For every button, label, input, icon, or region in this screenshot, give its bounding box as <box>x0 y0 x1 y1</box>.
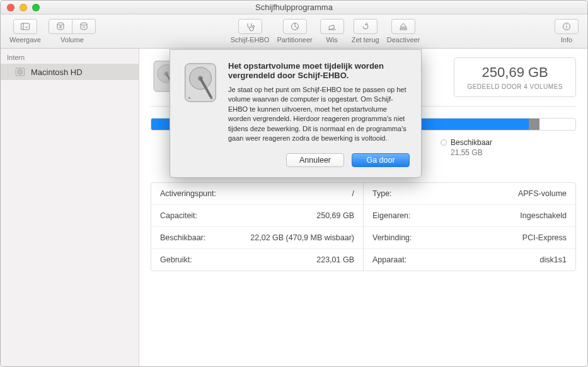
view-label: Weergave <box>9 36 41 44</box>
info-row: Apparaat:disk1s1 <box>364 249 575 271</box>
svg-point-25 <box>210 97 212 99</box>
erase-icon <box>327 21 337 32</box>
info-row: Eigenaren:Ingeschakeld <box>364 205 575 227</box>
svg-point-5 <box>81 23 87 25</box>
sidebar-view-icon <box>20 21 30 32</box>
info-row: Type:APFS-volume <box>364 183 575 205</box>
app-window: Schijfhulpprogramma Weergave Volume <box>0 0 588 367</box>
info-label: Info <box>561 36 572 44</box>
info-row: Capaciteit:250,69 GB <box>151 205 363 227</box>
pie-icon <box>290 21 300 32</box>
sidebar-section-internal: Intern <box>1 49 139 64</box>
svg-point-2 <box>57 23 64 25</box>
restore-button[interactable] <box>354 19 378 34</box>
first-aid-label: Schijf-EHBO <box>231 36 270 44</box>
info-row: Beschikbaar:22,02 GB (470,9 MB wisbaar) <box>151 227 363 249</box>
svg-rect-9 <box>328 25 334 30</box>
dialog-disk-icon <box>182 61 219 143</box>
svg-rect-11 <box>400 28 406 30</box>
dialog-heading: Het opstartvolume moet tijdelijk worden … <box>228 61 410 80</box>
volume-add-button[interactable] <box>49 19 72 34</box>
view-button[interactable] <box>13 19 37 34</box>
info-table: Activeringspunt:/ Capaciteit:250,69 GB B… <box>151 182 576 271</box>
info-icon <box>562 21 572 32</box>
capacity-value: 250,69 GB <box>467 64 563 81</box>
window-controls <box>1 4 40 11</box>
first-aid-button[interactable] <box>238 19 262 34</box>
svg-point-13 <box>566 24 567 25</box>
volume-plus-icon <box>55 21 66 32</box>
sidebar-item-macintosh-hd[interactable]: Macintosh HD <box>1 64 139 80</box>
info-button[interactable] <box>555 19 579 34</box>
unmount-label: Deactiveer <box>387 36 420 44</box>
minimize-icon[interactable] <box>20 4 27 11</box>
svg-point-24 <box>188 97 190 99</box>
erase-label: Wis <box>326 36 338 44</box>
dialog-body: Je staat op het punt om Schijf-EHBO toe … <box>228 85 410 143</box>
capacity-subtitle: GEDEELD DOOR 4 VOLUMES <box>467 83 563 90</box>
close-icon[interactable] <box>7 4 14 11</box>
unmount-button[interactable] <box>391 19 415 34</box>
volume-remove-button[interactable] <box>72 19 96 34</box>
usage-bar-other <box>529 119 539 130</box>
partition-button[interactable] <box>283 19 307 34</box>
info-row: Gebruikt:223,01 GB <box>151 249 363 271</box>
zoom-icon[interactable] <box>32 4 40 11</box>
disk-icon <box>14 66 26 78</box>
svg-point-7 <box>252 26 254 28</box>
sidebar-item-label: Macintosh HD <box>31 67 83 77</box>
erase-button[interactable] <box>320 19 344 34</box>
info-row: Verbinding:PCI-Express <box>364 227 575 249</box>
stethoscope-icon <box>245 21 255 32</box>
restore-icon <box>360 21 371 32</box>
legend-free-label: Beschikbaar <box>451 138 492 147</box>
volume-minus-icon <box>79 21 89 32</box>
continue-button[interactable]: Ga door <box>352 153 410 167</box>
toolbar: Weergave Volume Schijf-EHBO <box>1 15 587 49</box>
legend-dot-free <box>441 139 447 146</box>
sidebar: Intern Macintosh HD <box>1 49 139 366</box>
confirm-dialog: Het opstartvolume moet tijdelijk worden … <box>170 49 422 178</box>
titlebar: Schijfhulpprogramma <box>1 1 587 15</box>
cancel-button[interactable]: Annuleer <box>286 153 344 167</box>
legend-free-value: 21,55 GB <box>451 148 492 157</box>
window-title: Schijfhulpprogramma <box>1 3 587 12</box>
restore-label: Zet terug <box>352 36 379 44</box>
legend-free: Beschikbaar 21,55 GB <box>441 138 492 157</box>
volume-label: Volume <box>61 36 84 44</box>
eject-icon <box>398 21 408 32</box>
info-row: Activeringspunt:/ <box>151 183 363 205</box>
capacity-box: 250,69 GB GEDEELD DOOR 4 VOLUMES <box>454 57 576 97</box>
partition-label: Partitioneer <box>277 36 312 44</box>
svg-point-17 <box>20 71 21 73</box>
